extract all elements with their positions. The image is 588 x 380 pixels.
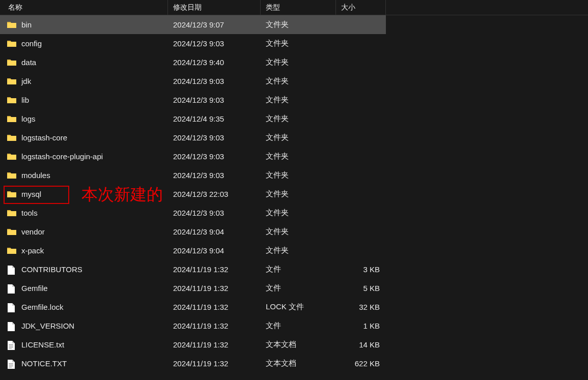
file-type-cell: 文件夹	[261, 222, 336, 241]
file-date-cell: 2024/11/19 1:32	[168, 335, 261, 354]
file-name-cell: jdk	[0, 72, 168, 91]
file-list: bin2024/12/3 9:07文件夹config2024/12/3 9:03…	[0, 15, 386, 373]
file-name-label: NOTICE.TXT	[21, 359, 67, 368]
file-row[interactable]: logs2024/12/4 9:35文件夹	[0, 109, 386, 128]
file-row[interactable]: modules2024/12/3 9:03文件夹	[0, 166, 386, 185]
file-name-label: x-pack	[21, 246, 44, 255]
svg-rect-0	[9, 344, 13, 345]
file-row[interactable]: vendor2024/12/3 9:04文件夹	[0, 222, 386, 241]
file-row[interactable]: x-pack2024/12/3 9:04文件夹	[0, 241, 386, 260]
file-icon	[7, 322, 16, 330]
file-type-cell: 文件夹	[261, 109, 336, 128]
file-name-cell: data	[0, 53, 168, 72]
file-name-label: mysql	[21, 190, 41, 198]
file-name-label: bin	[21, 20, 32, 29]
file-name-cell: logstash-core	[0, 128, 168, 147]
file-name-label: logstash-core	[21, 133, 67, 142]
file-name-cell: config	[0, 34, 168, 53]
file-size-cell: 1 KB	[336, 316, 386, 335]
file-name-cell: modules	[0, 166, 168, 185]
column-header-type[interactable]: 类型	[261, 0, 336, 15]
file-row[interactable]: jdk2024/12/3 9:03文件夹	[0, 72, 386, 91]
file-size-cell	[336, 15, 386, 34]
file-size-cell	[336, 203, 386, 222]
file-date-cell: 2024/12/3 9:03	[168, 166, 261, 185]
svg-rect-6	[9, 366, 13, 366]
file-row[interactable]: Gemfile2024/11/19 1:32文件5 KB	[0, 279, 386, 298]
file-name-cell: NOTICE.TXT	[0, 354, 168, 373]
file-name-label: JDK_VERSION	[21, 321, 74, 330]
file-date-cell: 2024/12/3 9:03	[168, 91, 261, 109]
file-size-cell	[336, 166, 386, 185]
file-type-cell: 文件	[261, 260, 336, 279]
file-size-cell	[336, 147, 386, 166]
file-row[interactable]: logstash-core2024/12/3 9:03文件夹	[0, 128, 386, 147]
file-type-cell: LOCK 文件	[261, 298, 336, 316]
file-date-cell: 2024/11/19 1:32	[168, 260, 261, 279]
file-type-cell: 文本文档	[261, 335, 336, 354]
file-row[interactable]: JDK_VERSION2024/11/19 1:32文件1 KB	[0, 316, 386, 335]
file-icon	[7, 284, 16, 293]
file-row[interactable]: NOTICE.TXT2024/11/19 1:32文本文档622 KB	[0, 354, 386, 373]
file-name-cell: lib	[0, 91, 168, 109]
file-name-label: logs	[21, 114, 36, 123]
file-name-label: Gemfile.lock	[21, 303, 64, 311]
file-size-cell	[336, 241, 386, 260]
file-type-cell: 文件夹	[261, 185, 336, 203]
file-type-cell: 文件夹	[261, 203, 336, 222]
file-name-cell: logstash-core-plugin-api	[0, 147, 168, 166]
file-row[interactable]: Gemfile.lock2024/11/19 1:32LOCK 文件32 KB	[0, 298, 386, 316]
file-date-cell: 2024/11/19 1:32	[168, 354, 261, 373]
folder-icon	[7, 40, 16, 48]
file-name-cell: LICENSE.txt	[0, 335, 168, 354]
svg-rect-4	[9, 363, 13, 364]
file-row[interactable]: LICENSE.txt2024/11/19 1:32文本文档14 KB	[0, 335, 386, 354]
file-name-cell: Gemfile.lock	[0, 298, 168, 316]
file-row[interactable]: CONTRIBUTORS2024/11/19 1:32文件3 KB	[0, 260, 386, 279]
file-row[interactable]: lib2024/12/3 9:03文件夹	[0, 91, 386, 109]
column-header-name[interactable]: 名称	[0, 0, 168, 15]
file-row[interactable]: logstash-core-plugin-api2024/12/3 9:03文件…	[0, 147, 386, 166]
file-size-cell: 32 KB	[336, 298, 386, 316]
file-name-label: logstash-core-plugin-api	[21, 152, 103, 161]
file-size-cell	[336, 91, 386, 109]
file-row[interactable]: tools2024/12/3 9:03文件夹	[0, 203, 386, 222]
file-row[interactable]: mysql2024/12/3 22:03文件夹	[0, 185, 386, 203]
file-row[interactable]: config2024/12/3 9:03文件夹	[0, 34, 386, 53]
file-size-cell	[336, 222, 386, 241]
file-date-cell: 2024/11/19 1:32	[168, 316, 261, 335]
file-name-label: jdk	[21, 77, 31, 85]
file-date-cell: 2024/11/19 1:32	[168, 279, 261, 298]
file-type-cell: 文件夹	[261, 166, 336, 185]
file-name-label: config	[21, 39, 42, 48]
file-size-cell	[336, 185, 386, 203]
file-type-cell: 文件夹	[261, 91, 336, 109]
file-type-cell: 文件夹	[261, 147, 336, 166]
column-header-row: 名称 修改日期 类型 大小	[0, 0, 588, 15]
file-name-cell: bin	[0, 15, 168, 34]
file-size-cell: 14 KB	[336, 335, 386, 354]
folder-icon	[7, 134, 16, 142]
file-date-cell: 2024/12/3 9:03	[168, 128, 261, 147]
file-date-cell: 2024/12/3 9:04	[168, 241, 261, 260]
file-date-cell: 2024/12/3 9:03	[168, 72, 261, 91]
file-name-cell: Gemfile	[0, 279, 168, 298]
folder-icon	[7, 209, 16, 217]
file-date-cell: 2024/12/4 9:35	[168, 109, 261, 128]
folder-icon	[7, 96, 16, 104]
folder-icon	[7, 190, 16, 198]
file-size-cell	[336, 53, 386, 72]
file-size-cell: 5 KB	[336, 279, 386, 298]
column-header-date[interactable]: 修改日期	[168, 0, 261, 15]
file-row[interactable]: data2024/12/3 9:40文件夹	[0, 53, 386, 72]
file-name-label: Gemfile	[21, 284, 48, 293]
file-name-label: vendor	[21, 227, 45, 236]
file-type-cell: 文件夹	[261, 34, 336, 53]
folder-icon	[7, 59, 16, 67]
file-date-cell: 2024/12/3 9:40	[168, 53, 261, 72]
file-row[interactable]: bin2024/12/3 9:07文件夹	[0, 15, 386, 34]
folder-icon	[7, 115, 16, 123]
folder-icon	[7, 228, 16, 236]
column-header-size[interactable]: 大小	[336, 0, 386, 15]
folder-icon	[7, 77, 16, 85]
